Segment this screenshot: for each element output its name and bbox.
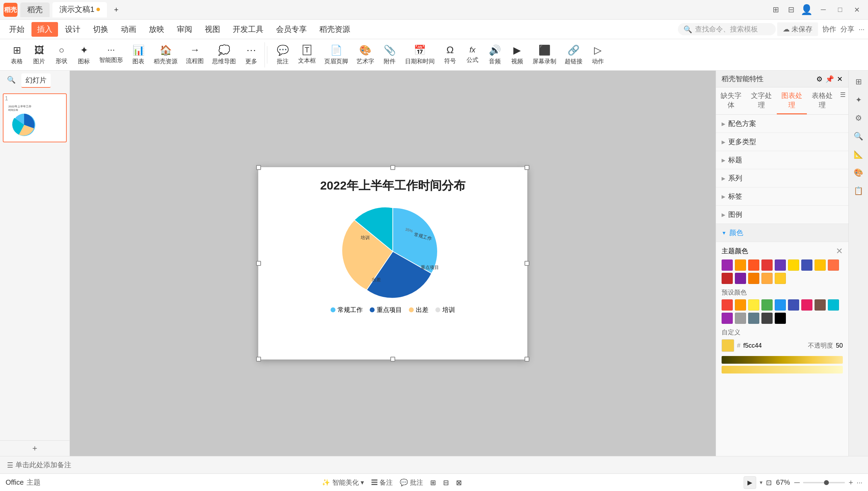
tb-header-btn[interactable]: 📄 页眉页脚	[321, 42, 352, 67]
minimize-btn[interactable]: ─	[816, 2, 831, 17]
tab-presentation[interactable]: 演示文稿1	[52, 2, 107, 17]
rp-section-labels[interactable]: ▶ 标签	[716, 187, 848, 206]
preset-swatch-9[interactable]	[828, 299, 839, 311]
custom-color-preview[interactable]	[722, 339, 734, 352]
preset-swatch-7[interactable]	[801, 299, 812, 311]
menu-insert[interactable]: 插入	[31, 22, 58, 37]
rp-pin-icon[interactable]: 📌	[825, 75, 834, 83]
preset-swatch-13[interactable]	[761, 313, 773, 324]
handle-ml[interactable]	[256, 261, 261, 266]
preset-swatch-11[interactable]	[735, 313, 746, 324]
handle-bm[interactable]	[390, 357, 395, 362]
slide-canvas[interactable]: 2022年上半年工作时间分布 常规工作 35% 重点项目 出差 培训	[258, 167, 527, 360]
notes-add-text[interactable]: 单击此处添加备注	[15, 460, 71, 470]
comment-btn[interactable]: 💬 批注	[400, 478, 423, 487]
rs-clip-btn[interactable]: 📋	[851, 183, 866, 199]
collab-btn[interactable]: 协作	[822, 24, 836, 34]
preset-swatch-4[interactable]	[761, 299, 773, 311]
tab-daoke[interactable]: 稻壳	[20, 2, 50, 17]
gradient-bar-2[interactable]	[722, 366, 843, 373]
slide-thumbnail-1[interactable]: 1 2022年上半年工作 时间分布	[3, 93, 67, 142]
rs-ruler-btn[interactable]: 📐	[851, 147, 866, 162]
menu-vip[interactable]: 会员专享	[270, 22, 312, 37]
menu-animation[interactable]: 动画	[115, 22, 142, 37]
play-btn[interactable]: ▶	[744, 476, 756, 489]
view-normal-btn[interactable]: ⊞	[430, 478, 436, 487]
color-swatch-14[interactable]	[775, 273, 786, 284]
tb-icon-btn[interactable]: ✦ 图标	[73, 42, 94, 67]
zoom-plus-btn[interactable]: +	[848, 478, 853, 487]
more-options-btn[interactable]: ···	[856, 478, 862, 486]
tb-shape-btn[interactable]: ○ 形状	[51, 43, 72, 67]
opacity-value[interactable]: 50	[836, 342, 843, 349]
tb-screen-btn[interactable]: ⬛ 屏幕录制	[529, 42, 560, 67]
color-swatch-2[interactable]	[735, 259, 746, 271]
panel-tab-slides[interactable]: 幻灯片	[21, 73, 51, 88]
handle-br[interactable]	[525, 357, 529, 362]
rp-section-title[interactable]: ▶ 标题	[716, 151, 848, 169]
preset-swatch-1[interactable]	[722, 299, 733, 311]
menu-review[interactable]: 审阅	[171, 22, 198, 37]
tb-formula-btn[interactable]: fx 公式	[462, 43, 483, 66]
color-swatch-9[interactable]	[828, 259, 839, 271]
menu-dev[interactable]: 开发工具	[227, 22, 269, 37]
theme-color-close[interactable]: ✕	[836, 246, 843, 256]
close-btn[interactable]: ✕	[849, 2, 865, 17]
color-swatch-10[interactable]	[722, 273, 733, 284]
rp-section-legend[interactable]: ▶ 图例	[716, 206, 848, 224]
notes-btn[interactable]: ☰ 备注	[371, 478, 393, 487]
menu-transition[interactable]: 切换	[87, 22, 114, 37]
menu-start[interactable]: 开始	[3, 22, 30, 37]
rp-tab-text[interactable]: 文字处理	[746, 87, 777, 114]
preset-swatch-6[interactable]	[788, 299, 799, 311]
panel-tab-search[interactable]: 🔍	[3, 73, 20, 88]
tb-video-btn[interactable]: ▶ 视频	[507, 42, 528, 67]
menu-search-box[interactable]: 🔍 查找命令、搜索模板	[678, 23, 776, 35]
slide-size-icon[interactable]: ⊡	[766, 478, 772, 487]
tb-wordart-btn[interactable]: 🎨 艺术字	[353, 42, 378, 67]
tb-mindmap-btn[interactable]: 💭 思维导图	[209, 42, 239, 67]
menu-resources[interactable]: 稻壳资源	[314, 22, 356, 37]
preset-swatch-3[interactable]	[748, 299, 759, 311]
tb-symbol-btn[interactable]: Ω 符号	[440, 42, 461, 67]
tb-audio-btn[interactable]: 🔊 音频	[484, 42, 505, 67]
save-status[interactable]: ☁ 未保存	[777, 22, 818, 36]
tb-flowchart-btn[interactable]: → 流程图	[182, 42, 207, 67]
maximize-btn[interactable]: □	[832, 2, 848, 17]
zoom-minus-btn[interactable]: ─	[794, 478, 800, 487]
tb-daoke-res-btn[interactable]: 🏠 稻壳资源	[150, 42, 181, 67]
handle-tm[interactable]	[390, 165, 395, 170]
color-swatch-12[interactable]	[748, 273, 759, 284]
preset-swatch-12[interactable]	[748, 313, 759, 324]
preset-swatch-14[interactable]	[775, 313, 786, 324]
rp-tab-font[interactable]: 缺失字体	[716, 87, 746, 114]
handle-tl[interactable]	[256, 165, 261, 170]
layout-btn[interactable]: ⊞	[769, 3, 782, 16]
menu-view[interactable]: 视图	[199, 22, 226, 37]
preset-swatch-2[interactable]	[735, 299, 746, 311]
tb-attach-btn[interactable]: 📎 附件	[379, 42, 400, 67]
zoom-slider[interactable]	[803, 482, 845, 483]
handle-bl[interactable]	[256, 357, 261, 362]
section-color-header[interactable]: ▼ 颜色	[722, 228, 843, 237]
zoom-thumb[interactable]	[824, 480, 829, 485]
handle-tr[interactable]	[525, 165, 529, 170]
rp-tab-more-icon[interactable]: ☰	[837, 87, 848, 114]
rs-paint-btn[interactable]: 🎨	[851, 165, 866, 180]
color-swatch-1[interactable]	[722, 259, 733, 271]
tb-chart-btn[interactable]: 📊 图表	[128, 42, 149, 67]
tb-image-btn[interactable]: 🖼 图片	[29, 42, 50, 67]
color-swatch-5[interactable]	[775, 259, 786, 271]
menu-play[interactable]: 放映	[143, 22, 170, 37]
share-btn[interactable]: 分享	[840, 24, 854, 34]
gradient-bar[interactable]	[722, 356, 843, 364]
add-slide-btn[interactable]: +	[32, 443, 37, 453]
view-btn[interactable]: ⊟	[785, 3, 797, 16]
handle-mr[interactable]	[525, 261, 529, 266]
rs-search-btn[interactable]: 🔍	[851, 129, 866, 144]
add-tab-btn[interactable]: +	[110, 3, 123, 16]
color-swatch-8[interactable]	[815, 259, 826, 271]
tb-textbox-btn[interactable]: T 文本框	[295, 43, 319, 67]
tb-smartart-btn[interactable]: ⋯ 智能图形	[96, 43, 126, 66]
custom-hex-value[interactable]: f5cc44	[743, 342, 805, 349]
